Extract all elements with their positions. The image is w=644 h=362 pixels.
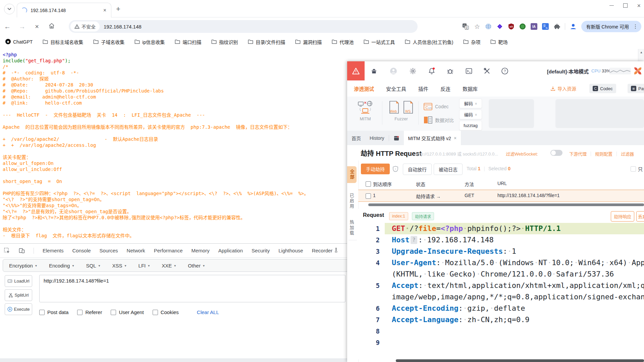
hackbar-menu-sql[interactable]: SQL▾ <box>86 263 100 268</box>
payload-button[interactable]: ≣ Payload <box>628 84 644 93</box>
yakit-home-icon[interactable] <box>370 67 378 75</box>
yakit-tab-History[interactable]: History <box>365 131 389 145</box>
yakit-settings-icon[interactable] <box>409 67 417 75</box>
checkbox-icon[interactable] <box>153 310 158 315</box>
hackbar-checkbox[interactable]: User Agent <box>111 309 144 315</box>
mitm-shortcut[interactable]: ✕ MITM <box>355 101 376 121</box>
import-resource-button[interactable]: 导入资源 <box>550 85 576 92</box>
header-checkbox[interactable] <box>366 181 371 187</box>
forward-icon[interactable]: → <box>15 23 30 31</box>
bookmark-item[interactable]: 一站式工具 <box>364 39 395 45</box>
page-scrollbar[interactable]: ▲ <box>638 49 644 62</box>
hackbar-checkbox[interactable]: Post data <box>39 309 68 315</box>
close-icon[interactable]: × <box>637 4 641 8</box>
minimize-icon[interactable] <box>609 5 614 6</box>
editor-scrollbar[interactable] <box>396 359 644 362</box>
new-tab-button[interactable]: + <box>116 5 120 13</box>
bookmark-item[interactable]: 目录/文件扫描 <box>248 39 285 45</box>
stop-icon[interactable]: × <box>30 23 44 31</box>
hijack-response-button[interactable]: 劫持响应 <box>611 211 634 222</box>
extension-ia-icon[interactable]: IA <box>531 23 537 30</box>
quick-button-编码[interactable]: 编码∨ <box>459 110 482 119</box>
bookmark-item[interactable]: ip信息收集 <box>135 39 165 45</box>
manual-hijack-button[interactable]: 手动劫持 <box>361 164 390 174</box>
devtools-tab-console[interactable]: Console <box>72 248 91 253</box>
codec-shortcut[interactable]: C</> Codec <box>424 103 448 111</box>
tab-search-button[interactable] <box>4 4 15 14</box>
quick-button-解码[interactable]: 解码∨ <box>459 99 482 108</box>
yakit-tab-mitm-active[interactable]: MITM 交互式劫持 v2× <box>404 131 461 145</box>
yakit-tools-icon[interactable] <box>483 67 491 75</box>
http-editor[interactable]: 1GET·/?file=<?php·phpinfo();?>·HTTP/1.12… <box>358 223 644 359</box>
devtools-tab-security[interactable]: Security <box>252 248 270 253</box>
devtools-tab-lighthouse[interactable]: Lighthouse <box>278 248 303 253</box>
bookmark-star-icon[interactable]: ☆ <box>474 23 480 30</box>
codec-button[interactable]: C Codec <box>589 84 616 93</box>
profile-avatar[interactable] <box>570 23 577 30</box>
spliturl-button[interactable]: SplitUrl <box>5 289 32 301</box>
bookmark-item[interactable]: 杂项 <box>463 39 480 45</box>
bookmark-item[interactable]: 人员信息(社工钓鱼) <box>405 39 453 45</box>
passive-log-button[interactable]: 被动日志 <box>434 164 463 175</box>
extension-diamond-icon[interactable] <box>496 23 503 30</box>
checkbox-icon[interactable] <box>77 310 83 315</box>
side-tab-已启用[interactable]: 已启用 <box>347 191 356 212</box>
codec-input-area[interactable] <box>489 99 534 128</box>
extension-green-icon[interactable] <box>519 23 526 30</box>
codec-output-area[interactable] <box>555 99 644 128</box>
maximize-icon[interactable] <box>623 3 628 8</box>
fuzzer-shortcut[interactable]: Web WS Fuzzer <box>387 101 416 121</box>
table-scrollbar[interactable] <box>368 203 644 206</box>
bookmark-item[interactable]: 目标主域名收集 <box>43 39 83 45</box>
websocket-filter-toggle[interactable] <box>550 150 562 156</box>
yakit-help-icon[interactable]: ? <box>501 67 509 75</box>
devtools-tab-network[interactable]: Network <box>127 248 145 253</box>
extension-ublock-icon[interactable]: uO <box>508 23 515 30</box>
hackbar-menu-other[interactable]: Other▾ <box>188 263 205 268</box>
devtools-tab-application[interactable]: Application <box>218 248 243 253</box>
plugin-store-icon[interactable] <box>389 131 404 145</box>
auto-forward-button[interactable]: 自动放行 <box>403 164 432 175</box>
hackbar-checkbox[interactable]: Referer <box>77 309 102 315</box>
back-icon[interactable]: ← <box>0 23 15 31</box>
drop-request-button[interactable]: 丢弃请求 <box>636 211 644 222</box>
yakit-bug-icon[interactable] <box>446 67 454 75</box>
mitm-link-下游代理[interactable]: 下游代理 <box>569 150 587 157</box>
hackbar-url-input[interactable]: http://192.168.174.148?file=1 <box>39 275 345 302</box>
table-row[interactable]: 1劫持请求 →GEThttp://192.168.174.148/?file=1 <box>358 190 644 202</box>
clear-all-link[interactable]: Clear ALL <box>197 309 219 315</box>
yakit-menu-item[interactable]: 反连 <box>440 85 450 92</box>
hackbar-menu-xss[interactable]: XSS▾ <box>112 263 126 268</box>
shield-icon[interactable]: ! <box>392 166 399 174</box>
side-tab-热加载[interactable]: 热加载 <box>347 218 356 238</box>
extensions-puzzle-icon[interactable] <box>553 23 560 30</box>
translate-icon[interactable]: G文 <box>462 23 469 30</box>
checkbox-icon[interactable] <box>111 310 116 315</box>
device-toolbar-icon[interactable] <box>19 248 25 254</box>
extension-translate-icon[interactable]: 文A <box>542 23 549 30</box>
bookmark-item[interactable]: 代理池 <box>332 39 354 45</box>
tab-close-icon[interactable]: × <box>454 135 457 141</box>
yakit-terminal-icon[interactable] <box>465 67 473 75</box>
bookmark-item[interactable]: ✱ChatGPT <box>5 39 33 45</box>
devtools-tab-recorder[interactable]: Recorder <box>312 248 338 253</box>
tab-close-icon[interactable]: × <box>103 7 107 13</box>
hackbar-checkbox[interactable]: Cookies <box>153 309 179 315</box>
bookmark-item[interactable]: 指纹识别 <box>211 39 238 45</box>
extension-globe-icon[interactable] <box>485 23 492 30</box>
security-chip[interactable]: 不安全 <box>70 21 100 32</box>
row-checkbox[interactable] <box>366 193 371 199</box>
checkbox-icon[interactable] <box>39 310 45 315</box>
yakit-menu-item[interactable]: 渗透测试 <box>354 85 374 92</box>
only-filter-checkbox[interactable]: 只 <box>631 166 644 172</box>
bookmark-item[interactable]: 靶场 <box>490 39 507 45</box>
hijack-warning-button[interactable] <box>347 61 365 80</box>
home-icon[interactable] <box>44 22 59 31</box>
bookmark-item[interactable]: 子域名收集 <box>93 39 124 45</box>
hackbar-menu-lfi[interactable]: LFI▾ <box>139 263 150 268</box>
hackbar-menu-encoding[interactable]: Encoding▾ <box>49 263 74 268</box>
inspect-icon[interactable] <box>4 248 10 254</box>
yakit-tab-首页[interactable]: 首页 <box>347 131 365 145</box>
side-tab-全部[interactable]: 全部 <box>347 166 357 183</box>
yakit-menu-item[interactable]: 数据库 <box>463 85 478 92</box>
